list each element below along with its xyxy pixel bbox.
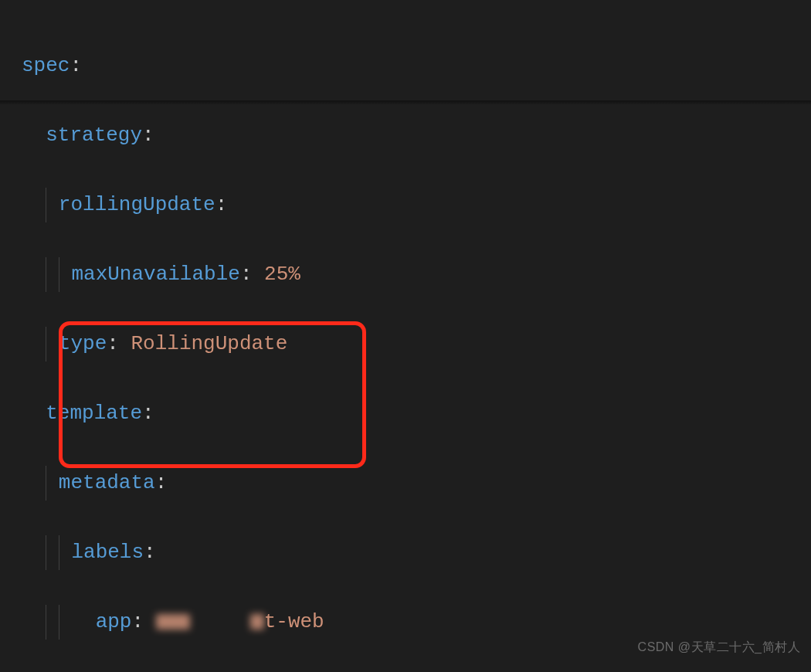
yaml-key: spec	[22, 54, 70, 77]
yaml-key: metadata	[59, 471, 155, 494]
watermark: CSDN @天草二十六_简村人	[638, 630, 800, 664]
yaml-key: strategy	[46, 124, 142, 147]
code-line: strategy:	[22, 118, 811, 153]
code-line: template:	[22, 396, 811, 431]
yaml-key: type	[59, 332, 107, 355]
code-block: spec: strategy: rollingUpdate: maxUnavai…	[0, 0, 811, 672]
code-line: type: RollingUpdate	[22, 327, 811, 361]
yaml-value: t-web	[264, 610, 324, 633]
yaml-key: rollingUpdate	[59, 193, 215, 216]
redacted-text	[250, 614, 264, 630]
code-line: labels:	[22, 535, 811, 570]
yaml-value: 25%	[264, 263, 300, 286]
yaml-value: RollingUpdate	[131, 332, 287, 355]
code-line: spec:	[22, 49, 811, 83]
code-line: metadata:	[22, 466, 811, 501]
code-line: rollingUpdate:	[22, 188, 811, 222]
redacted-text	[156, 614, 190, 630]
yaml-key: template	[46, 402, 142, 425]
yaml-key: app	[96, 610, 132, 633]
yaml-key: labels	[71, 541, 144, 564]
code-line: maxUnavailable: 25%	[22, 257, 811, 292]
yaml-key: maxUnavailable	[71, 263, 239, 286]
